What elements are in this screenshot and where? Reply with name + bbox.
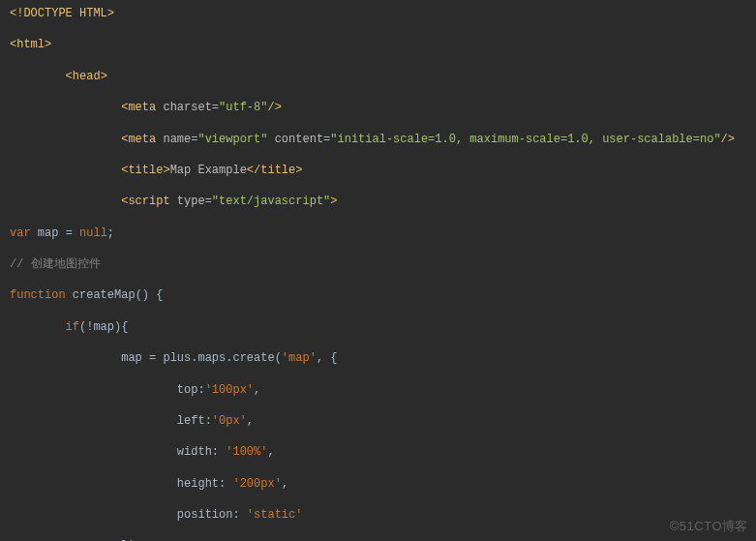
code-line: top:'100px', <box>10 382 756 398</box>
code-block: <!DOCTYPE HTML> <html> <head> <meta char… <box>0 0 756 541</box>
code-line: <script type="text/javascript"> <box>10 194 756 209</box>
code-line: left:'0px', <box>10 413 756 429</box>
code-line: <meta charset="utf-8"/> <box>10 100 756 115</box>
code-line: map = plus.maps.create('map', { <box>10 350 756 366</box>
code-line: <meta name="viewport" content="initial-s… <box>10 132 756 147</box>
code-line: // 创建地图控件 <box>10 256 756 272</box>
code-line: height: '200px', <box>10 476 756 492</box>
code-line: var map = null; <box>10 225 756 241</box>
code-line: if(!map){ <box>10 319 756 335</box>
code-line: <!DOCTYPE HTML> <box>10 6 756 21</box>
watermark-text: ©51CTO博客 <box>670 518 748 535</box>
code-line: <html> <box>10 37 756 52</box>
code-line: position: 'static' <box>10 507 756 523</box>
code-line: <title>Map Example</title> <box>10 163 756 178</box>
code-line: width: '100%', <box>10 444 756 460</box>
code-line: function createMap() { <box>10 287 756 303</box>
code-line: <head> <box>10 69 756 84</box>
